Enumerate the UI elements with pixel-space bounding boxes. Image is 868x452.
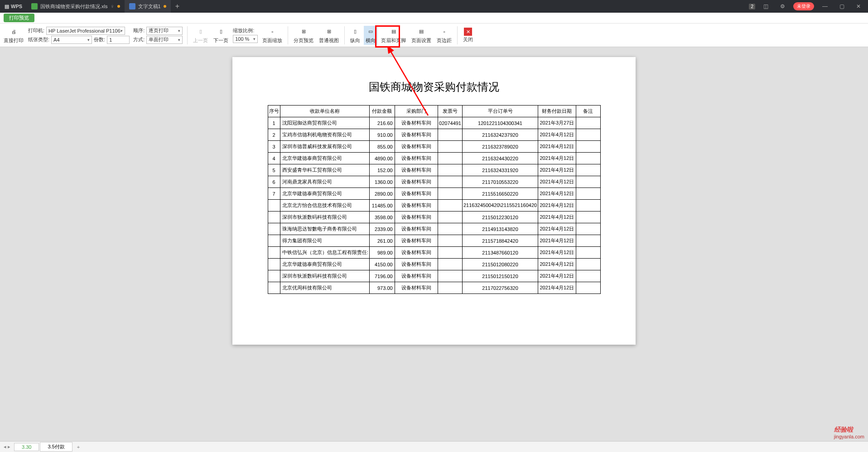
- direct-print-button[interactable]: 🖨 直接打印: [2, 26, 25, 45]
- chevron-down-icon: ▾: [253, 37, 256, 41]
- notification-badge[interactable]: 2: [749, 4, 755, 10]
- tab-status-icon[interactable]: ♀: [111, 3, 115, 10]
- cell: 2021年4月12日: [538, 141, 576, 153]
- cell: 2021年4月12日: [538, 176, 576, 188]
- col-header: 发票号: [438, 106, 463, 117]
- landscape-button[interactable]: ▭ 横向: [364, 26, 377, 45]
- cell: 5: [268, 164, 280, 176]
- col-header: 平台订单号: [463, 106, 538, 117]
- print-preview-mode[interactable]: 打印预览: [4, 14, 34, 22]
- printer-icon: 🖨: [9, 27, 19, 37]
- landscape-icon: ▭: [366, 27, 376, 37]
- cell: 152.00: [369, 164, 395, 176]
- cell: [576, 282, 600, 294]
- separator: [187, 26, 188, 44]
- close-preview-button[interactable]: ✕ 关闭: [461, 27, 475, 44]
- label: 页眉和页脚: [381, 37, 406, 44]
- cell: [438, 200, 463, 212]
- portrait-button[interactable]: ▯ 纵向: [348, 26, 362, 45]
- cell: [268, 212, 280, 223]
- paper-label: 纸张类型:: [28, 36, 49, 43]
- page-scale-button[interactable]: ▫ 页面缩放: [260, 26, 284, 45]
- cell: 沈阳冠御达商贸有限公司: [280, 117, 369, 129]
- tab-document[interactable]: 文字文稿1: [125, 0, 171, 13]
- zoom-select[interactable]: 100 %▾: [233, 35, 258, 43]
- sheet-nav-icon[interactable]: ◂ ▸: [4, 444, 14, 450]
- cell: 设备材料车间: [395, 176, 438, 188]
- cell: 2116323789020: [463, 141, 538, 153]
- cell: [576, 117, 600, 129]
- settings-icon[interactable]: ⚙: [776, 3, 789, 10]
- cell: 4890.00: [369, 153, 395, 164]
- cell: 设备材料车间: [395, 153, 438, 164]
- mode-row: 打印预览: [0, 13, 868, 24]
- order-select[interactable]: 逐页打印▾: [146, 27, 183, 35]
- skin-icon[interactable]: ◫: [760, 3, 772, 10]
- cell: 2021年4月12日: [538, 235, 576, 247]
- table-row: 1沈阳冠御达商贸有限公司216.60设备材料车间0207449112012211…: [268, 117, 600, 129]
- maximize-button[interactable]: ▢: [836, 3, 848, 10]
- cell: 11485.00: [369, 200, 395, 212]
- printer-select[interactable]: HP LaserJet Professional P1106▾: [46, 27, 125, 35]
- paper-select[interactable]: A4▾: [51, 36, 92, 44]
- page-setup-button[interactable]: ▤ 页面设置: [410, 26, 433, 45]
- preview-area[interactable]: 国铁商城物资采购付款情况 序号收款单位名称付款金额采购部门发票号平台订单号财务付…: [0, 47, 868, 441]
- cell: 设备材料车间: [395, 164, 438, 176]
- cell: 深圳市狄派数码科技有限公司: [280, 212, 369, 223]
- cell: [438, 223, 463, 235]
- separator: [344, 26, 345, 44]
- table-row: 4北京华建德泰商贸有限公司4890.00设备材料车间21163244302202…: [268, 153, 600, 164]
- print-mode-select[interactable]: 单面打印▾: [146, 36, 183, 44]
- watermark-url: jingyanla.com: [834, 434, 864, 439]
- cell: [438, 188, 463, 200]
- tab-spreadsheet[interactable]: 国铁商城物资采购付款情况.xls ♀: [27, 0, 125, 13]
- doc-icon: [129, 3, 135, 10]
- cell: 设备材料车间: [395, 141, 438, 153]
- separator: [288, 26, 288, 44]
- cell: 设备材料车间: [395, 188, 438, 200]
- paginate-view-button[interactable]: ⊞ 分页预览: [292, 26, 315, 45]
- cell: 2890.00: [369, 188, 395, 200]
- cell: 2116324331920: [463, 164, 538, 176]
- minimize-button[interactable]: —: [819, 3, 831, 10]
- cell: 216.60: [369, 117, 395, 129]
- add-sheet-button[interactable]: +: [73, 444, 83, 450]
- cell: 设备材料车间: [395, 223, 438, 235]
- copies-stepper[interactable]: 1: [107, 36, 130, 44]
- cell: [268, 223, 280, 235]
- spreadsheet-icon: [31, 3, 38, 10]
- cell: 设备材料车间: [395, 282, 438, 294]
- col-header: 财务付款日期: [538, 106, 576, 117]
- cell: [576, 270, 600, 282]
- login-button[interactable]: 未登录: [793, 2, 814, 10]
- cell: 2021年4月12日: [538, 212, 576, 223]
- header-icon: ▤: [389, 27, 399, 37]
- cell: 2116324430220: [463, 153, 538, 164]
- prev-page-button[interactable]: ▯ 上一页: [191, 26, 210, 45]
- close-button[interactable]: ✕: [853, 3, 864, 10]
- tab-modified-dot: [164, 5, 166, 8]
- cell: [576, 212, 600, 223]
- cell: 设备材料车间: [395, 270, 438, 282]
- label: 页边距: [437, 37, 452, 44]
- cell: 973.00: [369, 282, 395, 294]
- next-page-button[interactable]: ▯ 下一页: [212, 26, 230, 45]
- table-row: 深圳市狄派数码科技有限公司7196.00设备材料车间21150121501202…: [268, 270, 600, 282]
- label: 横向: [366, 37, 376, 44]
- cell: [268, 270, 280, 282]
- margins-button[interactable]: ▫ 页边距: [435, 26, 453, 45]
- cell: [576, 164, 600, 176]
- cell: 02074491: [438, 117, 463, 129]
- new-tab-button[interactable]: +: [171, 2, 184, 10]
- cell: 2117022756320: [463, 282, 538, 294]
- cell: 宝鸡市信德利机电物资有限公司: [280, 129, 369, 141]
- cell: 2115012230120: [463, 212, 538, 223]
- sheet-tab[interactable]: 3.5付款: [40, 442, 72, 452]
- cell: 910.00: [369, 129, 395, 141]
- sheet-tab-active[interactable]: 3.30: [14, 443, 39, 451]
- cell: 2113487660120: [463, 247, 538, 259]
- print-mode-label: 方式:: [133, 36, 145, 43]
- normal-view-button[interactable]: ⊞ 普通视图: [317, 26, 341, 45]
- header-footer-button[interactable]: ▤ 页眉和页脚: [379, 26, 408, 45]
- cell: 4: [268, 153, 280, 164]
